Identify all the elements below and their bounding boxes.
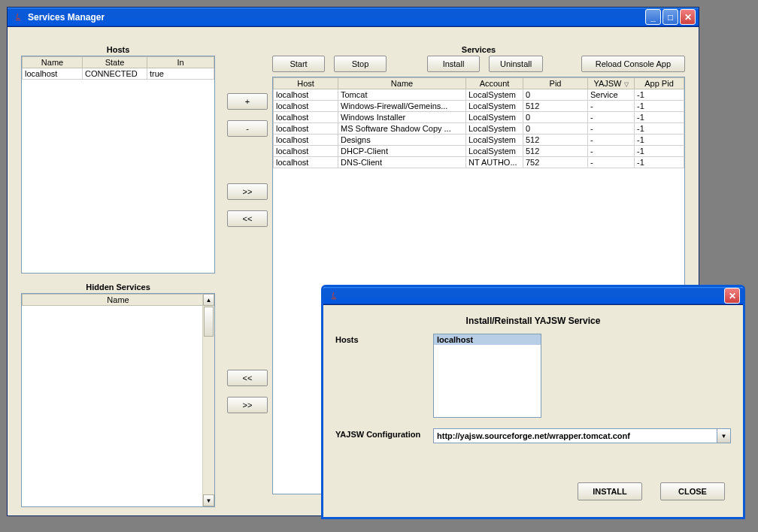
cell: localhost [274, 89, 338, 101]
hidden-title: Hidden Services [21, 283, 215, 292]
scroll-thumb[interactable] [204, 307, 214, 337]
hosts-col-name[interactable]: Name [23, 57, 83, 68]
dialog-hosts-list[interactable]: localhost [433, 334, 541, 418]
dialog-config-label: YAJSW Configuration [335, 428, 433, 443]
cell: 512 [523, 146, 588, 157]
dialog-heading: Install/Reinstall YAJSW Service [335, 316, 731, 326]
main-titlebar[interactable]: Services Manager _ □ ✕ [8, 8, 699, 27]
reload-console-button[interactable]: Reload Console App [581, 56, 685, 72]
cell: true [147, 68, 214, 80]
cell: Designs [338, 135, 466, 146]
dialog-titlebar[interactable]: ✕ [323, 287, 743, 305]
cell: - [588, 112, 635, 123]
cell: LocalSystem [466, 146, 523, 157]
cell: DHCP-Client [338, 146, 466, 157]
dialog-install-button[interactable]: INSTALL [578, 482, 642, 500]
maximize-button[interactable]: □ [662, 9, 678, 25]
cell: localhost [274, 112, 338, 123]
hosts-title: Hosts [21, 45, 215, 54]
cell: LocalSystem [466, 89, 523, 101]
dialog-host-item[interactable]: localhost [434, 334, 541, 345]
cell: -1 [635, 89, 684, 101]
cell: 512 [523, 135, 588, 146]
cell: LocalSystem [466, 101, 523, 112]
table-row[interactable]: localhostDesignsLocalSystem512--1 [274, 135, 684, 146]
svc-col-apppid[interactable]: App Pid [635, 78, 684, 89]
cell: Windows Installer [338, 112, 466, 123]
svc-col-host[interactable]: Host [274, 78, 338, 89]
sort-desc-icon: ▽ [624, 81, 629, 88]
cell: - [588, 135, 635, 146]
uninstall-button[interactable]: Uninstall [489, 56, 543, 72]
cell: MS Software Shadow Copy ... [338, 123, 466, 135]
cell: - [588, 146, 635, 157]
close-button[interactable]: ✕ [680, 9, 696, 25]
start-button[interactable]: Start [272, 56, 325, 72]
cell: DNS-Client [338, 157, 466, 168]
add-host-button[interactable]: + [227, 93, 268, 110]
table-row[interactable]: localhostTomcatLocalSystem0Service-1 [274, 89, 684, 101]
hidden-table[interactable]: Name ▲ ▼ [21, 293, 215, 507]
config-input[interactable] [433, 428, 717, 443]
hidden-move-left-button[interactable]: << [227, 370, 268, 386]
cell: localhost [274, 146, 338, 157]
cell: Windows-Firewall/Gemeins... [338, 101, 466, 112]
cell: -1 [635, 112, 684, 123]
dialog-hosts-label: Hosts [335, 334, 433, 418]
chevron-down-icon: ▼ [721, 433, 727, 440]
services-title: Services [272, 45, 685, 54]
cell: Tomcat [338, 89, 466, 101]
cell: 0 [523, 123, 588, 135]
cell: - [588, 123, 635, 135]
svc-col-yajsw[interactable]: YAJSW ▽ [588, 78, 635, 89]
scroll-down-icon[interactable]: ▼ [203, 494, 214, 506]
cell: localhost [23, 68, 83, 80]
cell: LocalSystem [466, 112, 523, 123]
table-row[interactable]: localhostCONNECTEDtrue [23, 68, 214, 80]
svc-col-name[interactable]: Name [338, 78, 466, 89]
cell: - [588, 157, 635, 168]
dialog-close-action-button[interactable]: CLOSE [660, 482, 725, 500]
table-row[interactable]: localhostDNS-ClientNT AUTHO...752--1 [274, 157, 684, 168]
java-icon [12, 11, 24, 23]
java-icon [328, 290, 340, 302]
cell: 0 [523, 89, 588, 101]
stop-button[interactable]: Stop [334, 56, 387, 72]
remove-host-button[interactable]: - [227, 120, 268, 137]
hosts-col-in[interactable]: In [147, 57, 214, 68]
cell: localhost [274, 135, 338, 146]
cell: LocalSystem [466, 135, 523, 146]
dialog-close-button[interactable]: ✕ [724, 288, 740, 304]
scroll-up-icon[interactable]: ▲ [203, 294, 214, 306]
cell: 512 [523, 101, 588, 112]
table-row[interactable]: localhostWindows InstallerLocalSystem0--… [274, 112, 684, 123]
hidden-col-name[interactable]: Name [23, 295, 214, 306]
cell: -1 [635, 101, 684, 112]
hidden-move-right-button[interactable]: >> [227, 397, 268, 413]
cell: Service [588, 89, 635, 101]
cell: localhost [274, 101, 338, 112]
cell: 0 [523, 112, 588, 123]
move-right-button[interactable]: >> [227, 183, 268, 200]
table-row[interactable]: localhostMS Software Shadow Copy ...Loca… [274, 123, 684, 135]
config-dropdown-button[interactable]: ▼ [717, 428, 731, 443]
svc-col-account[interactable]: Account [466, 78, 523, 89]
table-row[interactable]: localhostWindows-Firewall/Gemeins...Loca… [274, 101, 684, 112]
move-left-button[interactable]: << [227, 210, 268, 227]
minimize-button[interactable]: _ [645, 9, 661, 25]
install-dialog: ✕ Install/Reinstall YAJSW Service Hosts … [321, 285, 745, 519]
cell: 752 [523, 157, 588, 168]
cell: -1 [635, 157, 684, 168]
cell: localhost [274, 123, 338, 135]
cell: -1 [635, 135, 684, 146]
hosts-col-state[interactable]: State [83, 57, 147, 68]
scrollbar[interactable]: ▲ ▼ [202, 294, 214, 506]
hosts-table[interactable]: Name State In localhostCONNECTEDtrue [21, 56, 215, 274]
svc-col-pid[interactable]: Pid [523, 78, 588, 89]
cell: localhost [274, 157, 338, 168]
install-button[interactable]: Install [427, 56, 480, 72]
cell: -1 [635, 123, 684, 135]
cell: LocalSystem [466, 123, 523, 135]
table-row[interactable]: localhostDHCP-ClientLocalSystem512--1 [274, 146, 684, 157]
window-title: Services Manager [28, 12, 644, 23]
